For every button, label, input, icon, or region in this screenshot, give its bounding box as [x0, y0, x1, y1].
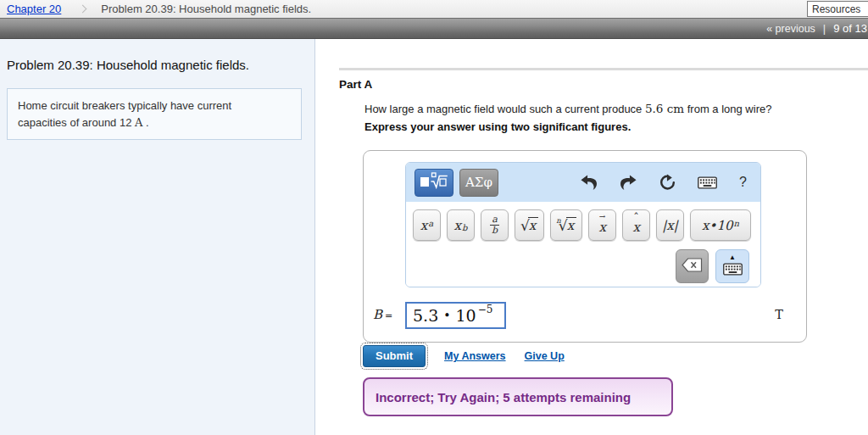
- intro-pre: Home circuit breakers typically have cur…: [18, 99, 231, 129]
- key-sup: n: [734, 219, 739, 228]
- key-dot: •: [709, 218, 717, 233]
- keyboard-icon[interactable]: [698, 176, 717, 189]
- chapter-link[interactable]: Chapter 20: [7, 3, 61, 15]
- answer-instruction: Express your answer using two significan…: [364, 120, 631, 133]
- answer-exponent: −5: [478, 304, 493, 315]
- item-position: 9 of 13: [833, 22, 867, 35]
- backspace-icon: [682, 258, 703, 276]
- part-divider: [339, 68, 868, 70]
- feedback-box: Incorrect; Try Again; 5 attempts remaini…: [363, 377, 673, 416]
- templates-button[interactable]: [415, 169, 453, 197]
- answer-variable: B=: [373, 307, 392, 322]
- question-value: 5.6 cm: [645, 102, 684, 115]
- keyboard-toggle-icon: [723, 263, 743, 279]
- resources-dropdown[interactable]: Resources: [807, 1, 868, 17]
- part-a-label: Part A: [339, 78, 372, 91]
- palette-body: xa xb ab √x n√x →x ˆx |x| x•10n: [406, 202, 760, 287]
- key-base: x: [598, 220, 605, 235]
- radicand: x: [528, 217, 538, 233]
- square-root-button[interactable]: √x: [515, 209, 544, 241]
- page-title: Problem 20.39: Household magnetic fields…: [101, 3, 311, 15]
- superscript-button[interactable]: xa: [413, 209, 441, 241]
- scientific-notation-button[interactable]: x•10n: [690, 209, 751, 241]
- answer-input[interactable]: 5.3 • 10 −5: [405, 302, 506, 329]
- question-pre: How large a magnetic field would such a …: [364, 103, 645, 115]
- undo-icon[interactable]: [580, 174, 598, 191]
- vector-accent: →: [598, 213, 605, 220]
- item-nav-bar: « previous | 9 of 13: [0, 18, 868, 39]
- backspace-button[interactable]: [676, 249, 709, 283]
- answer-box: ΑΣφ: [363, 150, 807, 343]
- question-post: from a long wire?: [684, 103, 771, 115]
- main-panel: Part A How large a magnetic field would …: [315, 39, 868, 435]
- problem-title: Problem 20.39: Household magnetic fields…: [7, 58, 249, 72]
- problem-intro-box: Home circuit breakers typically have cur…: [7, 88, 302, 140]
- answer-mantissa: 5.3: [413, 306, 438, 325]
- key-base: x: [420, 218, 427, 233]
- breadcrumb-chevron-icon: [79, 5, 87, 14]
- fraction-button[interactable]: ab: [481, 209, 509, 241]
- key-base: x: [702, 218, 709, 233]
- key-text: |x|: [662, 218, 678, 233]
- redo-icon[interactable]: [620, 174, 637, 191]
- key-sup: a: [428, 219, 433, 228]
- vector-button[interactable]: →x: [588, 209, 616, 241]
- answer-row: B= 5.3 • 10 −5 T: [364, 300, 806, 331]
- key-sub: b: [462, 223, 467, 232]
- problem-intro-text: Home circuit breakers typically have cur…: [18, 98, 259, 131]
- problem-sidebar: Problem 20.39: Household magnetic fields…: [0, 39, 315, 435]
- nth-root-button[interactable]: n√x: [550, 209, 582, 241]
- math-palette: ΑΣφ: [405, 162, 761, 287]
- give-up-link[interactable]: Give Up: [525, 350, 565, 362]
- breadcrumb: Chapter 20 Problem 20.39: Household magn…: [0, 0, 868, 18]
- fraction-numerator: a: [492, 215, 498, 225]
- answer-dot: •: [443, 309, 450, 322]
- question-text: How large a magnetic field would such a …: [364, 102, 771, 115]
- variable-b: B: [373, 307, 382, 322]
- greek-symbols-button[interactable]: ΑΣφ: [459, 169, 498, 197]
- feedback-message: Incorrect; Try Again; 5 attempts remaini…: [376, 390, 631, 404]
- subscript-button[interactable]: xb: [447, 209, 475, 241]
- submit-button[interactable]: Submit: [363, 345, 426, 367]
- radicand: x: [566, 217, 576, 233]
- absolute-value-button[interactable]: |x|: [656, 209, 684, 241]
- nav-separator: |: [823, 22, 826, 35]
- key-base: x: [454, 218, 461, 233]
- keyboard-toggle-button[interactable]: ▲: [715, 249, 749, 283]
- intro-post: .: [142, 116, 148, 129]
- help-icon[interactable]: ?: [739, 175, 747, 190]
- templates-icon: [420, 171, 448, 193]
- answer-unit: T: [775, 308, 783, 321]
- answer-base: 10: [455, 306, 476, 325]
- previous-link[interactable]: « previous: [766, 23, 815, 35]
- root-index: n: [556, 216, 560, 225]
- palette-keys-row: xa xb ab √x n√x →x ˆx |x| x•10n: [413, 209, 751, 241]
- key-ten: 10: [716, 218, 732, 233]
- fraction-denominator: b: [490, 225, 499, 236]
- equals-sign: =: [385, 310, 392, 321]
- hat-accent: ˆ: [632, 212, 639, 223]
- submit-row: Submit My Answers Give Up: [363, 345, 565, 367]
- my-answers-link[interactable]: My Answers: [444, 350, 505, 362]
- reset-icon[interactable]: [659, 174, 676, 191]
- palette-toolbar-icons: ?: [580, 174, 752, 191]
- unit-vector-button[interactable]: ˆx: [622, 209, 650, 241]
- palette-header: ΑΣφ: [406, 163, 760, 202]
- toggle-up-arrow-icon: ▲: [729, 254, 736, 261]
- palette-bottom-row: ▲: [676, 249, 749, 283]
